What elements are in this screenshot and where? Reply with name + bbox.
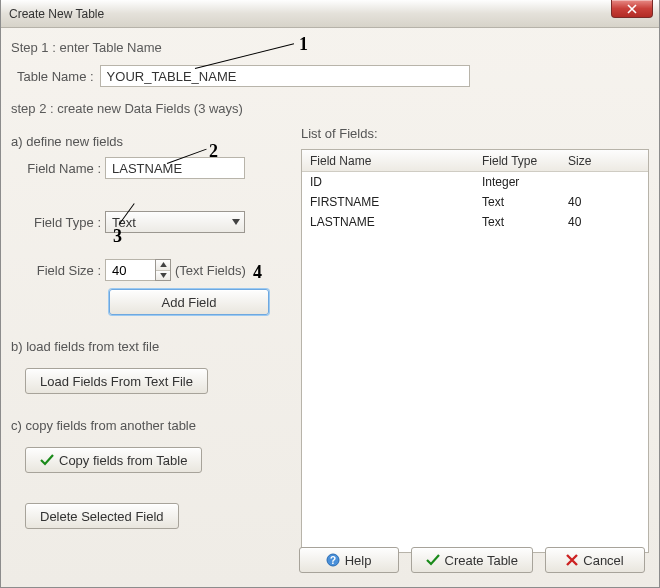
section-b-heading: b) load fields from text file bbox=[11, 339, 291, 354]
spinner-up[interactable] bbox=[156, 260, 170, 270]
chevron-down-icon bbox=[232, 219, 240, 225]
cell-type: Integer bbox=[482, 175, 568, 189]
step1-heading: Step 1 : enter Table Name bbox=[11, 40, 649, 55]
cell-type: Text bbox=[482, 195, 568, 209]
add-field-button[interactable]: Add Field bbox=[109, 289, 269, 315]
window-title: Create New Table bbox=[9, 7, 104, 21]
field-name-input[interactable] bbox=[105, 157, 245, 179]
help-label: Help bbox=[345, 553, 372, 568]
table-name-label: Table Name : bbox=[17, 69, 94, 84]
field-type-label: Field Type : bbox=[11, 215, 105, 230]
list-body: ID Integer FIRSTNAME Text 40 LASTNAME Te… bbox=[302, 172, 648, 552]
step2-heading: step 2 : create new Data Fields (3 ways) bbox=[11, 101, 649, 116]
close-icon bbox=[627, 4, 637, 14]
create-table-button[interactable]: Create Table bbox=[411, 547, 533, 573]
dialog-window: Create New Table Step 1 : enter Table Na… bbox=[0, 0, 660, 588]
title-bar: Create New Table bbox=[1, 0, 659, 28]
section-c-heading: c) copy fields from another table bbox=[11, 418, 291, 433]
delete-field-button[interactable]: Delete Selected Field bbox=[25, 503, 179, 529]
list-header: Field Name Field Type Size bbox=[302, 150, 648, 172]
chevron-up-icon bbox=[160, 262, 167, 267]
dialog-content: Step 1 : enter Table Name Table Name : s… bbox=[1, 28, 659, 587]
field-size-hint: (Text Fields) bbox=[175, 263, 246, 278]
field-name-row: Field Name : bbox=[11, 157, 291, 179]
col-header-size[interactable]: Size bbox=[568, 150, 648, 171]
field-type-value: Text bbox=[112, 215, 136, 230]
col-header-name[interactable]: Field Name bbox=[302, 150, 482, 171]
close-button[interactable] bbox=[611, 0, 653, 18]
copy-fields-label: Copy fields from Table bbox=[59, 453, 187, 468]
footer-buttons: ? Help Create Table Cancel bbox=[299, 547, 645, 573]
check-icon bbox=[40, 454, 54, 466]
spinner-down[interactable] bbox=[156, 270, 170, 281]
load-fields-button[interactable]: Load Fields From Text File bbox=[25, 368, 208, 394]
spinner-buttons bbox=[155, 259, 171, 281]
cell-size: 40 bbox=[568, 215, 648, 229]
delete-field-label: Delete Selected Field bbox=[40, 509, 164, 524]
section-c: c) copy fields from another table Copy f… bbox=[11, 418, 291, 473]
table-row[interactable]: LASTNAME Text 40 bbox=[302, 212, 648, 232]
table-row[interactable]: ID Integer bbox=[302, 172, 648, 192]
chevron-down-icon bbox=[160, 273, 167, 278]
load-fields-label: Load Fields From Text File bbox=[40, 374, 193, 389]
field-name-label: Field Name : bbox=[11, 161, 105, 176]
col-header-type[interactable]: Field Type bbox=[482, 150, 568, 171]
check-icon bbox=[426, 554, 440, 566]
field-size-input[interactable] bbox=[105, 259, 155, 281]
field-size-label: Field Size : bbox=[11, 263, 105, 278]
section-b: b) load fields from text file Load Field… bbox=[11, 339, 291, 394]
table-name-row: Table Name : bbox=[17, 65, 649, 87]
cancel-icon bbox=[566, 554, 578, 566]
fields-list[interactable]: Field Name Field Type Size ID Integer FI… bbox=[301, 149, 649, 553]
cell-name: LASTNAME bbox=[302, 215, 482, 229]
cell-type: Text bbox=[482, 215, 568, 229]
cell-size: 40 bbox=[568, 195, 648, 209]
left-column: a) define new fields Field Name : Field … bbox=[11, 126, 291, 553]
field-type-row: Field Type : Text bbox=[11, 211, 291, 233]
section-delete: Delete Selected Field bbox=[11, 497, 291, 529]
field-size-row: Field Size : (Text Fields) bbox=[11, 259, 291, 281]
table-name-input[interactable] bbox=[100, 65, 470, 87]
cancel-label: Cancel bbox=[583, 553, 623, 568]
help-icon: ? bbox=[326, 553, 340, 567]
add-field-label: Add Field bbox=[162, 295, 217, 310]
create-table-label: Create Table bbox=[445, 553, 518, 568]
right-column: List of Fields: Field Name Field Type Si… bbox=[301, 126, 649, 553]
field-size-stepper[interactable] bbox=[105, 259, 171, 281]
table-row[interactable]: FIRSTNAME Text 40 bbox=[302, 192, 648, 212]
cell-name: FIRSTNAME bbox=[302, 195, 482, 209]
main-layout: a) define new fields Field Name : Field … bbox=[11, 126, 649, 553]
svg-text:?: ? bbox=[330, 555, 336, 566]
section-a-heading: a) define new fields bbox=[11, 134, 291, 149]
cell-name: ID bbox=[302, 175, 482, 189]
cancel-button[interactable]: Cancel bbox=[545, 547, 645, 573]
copy-fields-button[interactable]: Copy fields from Table bbox=[25, 447, 202, 473]
help-button[interactable]: ? Help bbox=[299, 547, 399, 573]
list-title: List of Fields: bbox=[301, 126, 649, 141]
field-type-combobox[interactable]: Text bbox=[105, 211, 245, 233]
